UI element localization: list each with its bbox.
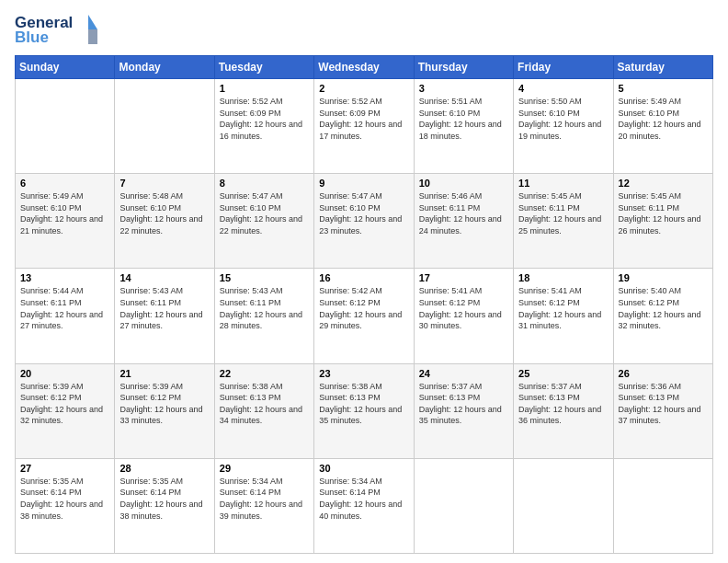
day-number: 21 bbox=[119, 368, 209, 379]
logo-svg: General Blue bbox=[15, 11, 97, 48]
calendar-cell: 27 Sunrise: 5:35 AMSunset: 6:14 PMDaylig… bbox=[16, 458, 115, 553]
day-info: Sunrise: 5:41 AMSunset: 6:12 PMDaylight:… bbox=[518, 286, 601, 330]
calendar-cell bbox=[115, 79, 214, 174]
day-info: Sunrise: 5:43 AMSunset: 6:11 PMDaylight:… bbox=[119, 286, 202, 330]
day-header-friday: Friday bbox=[514, 56, 613, 79]
day-number: 7 bbox=[119, 178, 209, 189]
calendar-cell: 17 Sunrise: 5:41 AMSunset: 6:12 PMDaylig… bbox=[414, 269, 513, 363]
day-number: 13 bbox=[20, 272, 109, 283]
calendar-cell: 22 Sunrise: 5:38 AMSunset: 6:13 PMDaylig… bbox=[214, 363, 313, 458]
day-info: Sunrise: 5:52 AMSunset: 6:09 PMDaylight:… bbox=[319, 97, 402, 141]
day-number: 30 bbox=[319, 463, 408, 474]
day-info: Sunrise: 5:34 AMSunset: 6:14 PMDaylight:… bbox=[220, 477, 302, 521]
day-number: 18 bbox=[518, 272, 608, 283]
day-header-tuesday: Tuesday bbox=[214, 56, 313, 79]
day-info: Sunrise: 5:35 AMSunset: 6:14 PMDaylight:… bbox=[119, 477, 202, 521]
day-info: Sunrise: 5:39 AMSunset: 6:12 PMDaylight:… bbox=[20, 382, 103, 426]
day-info: Sunrise: 5:43 AMSunset: 6:11 PMDaylight:… bbox=[220, 286, 302, 330]
day-number: 9 bbox=[319, 178, 408, 189]
calendar-cell: 14 Sunrise: 5:43 AMSunset: 6:11 PMDaylig… bbox=[115, 269, 214, 363]
header: General Blue bbox=[15, 11, 713, 48]
day-info: Sunrise: 5:49 AMSunset: 6:10 PMDaylight:… bbox=[619, 97, 701, 141]
day-info: Sunrise: 5:50 AMSunset: 6:10 PMDaylight:… bbox=[518, 97, 601, 141]
day-info: Sunrise: 5:51 AMSunset: 6:10 PMDaylight:… bbox=[419, 97, 502, 141]
calendar-cell bbox=[613, 458, 712, 553]
day-info: Sunrise: 5:47 AMSunset: 6:10 PMDaylight:… bbox=[220, 191, 302, 236]
day-info: Sunrise: 5:44 AMSunset: 6:11 PMDaylight:… bbox=[20, 286, 103, 330]
calendar-cell: 23 Sunrise: 5:38 AMSunset: 6:13 PMDaylig… bbox=[314, 363, 414, 458]
page: General Blue SundayMondayTuesdayWednesda… bbox=[0, 0, 728, 563]
day-number: 28 bbox=[119, 463, 209, 474]
day-number: 10 bbox=[419, 178, 508, 189]
calendar-cell: 26 Sunrise: 5:36 AMSunset: 6:13 PMDaylig… bbox=[613, 363, 712, 458]
day-number: 20 bbox=[20, 368, 109, 379]
day-info: Sunrise: 5:37 AMSunset: 6:13 PMDaylight:… bbox=[518, 382, 601, 426]
day-info: Sunrise: 5:45 AMSunset: 6:11 PMDaylight:… bbox=[619, 191, 701, 236]
day-number: 27 bbox=[20, 463, 109, 474]
day-header-sunday: Sunday bbox=[16, 56, 115, 79]
calendar-cell: 1 Sunrise: 5:52 AMSunset: 6:09 PMDayligh… bbox=[214, 79, 313, 174]
day-info: Sunrise: 5:34 AMSunset: 6:14 PMDaylight:… bbox=[319, 477, 402, 521]
calendar-cell: 10 Sunrise: 5:46 AMSunset: 6:11 PMDaylig… bbox=[414, 174, 513, 269]
day-number: 5 bbox=[619, 83, 708, 94]
calendar-cell: 29 Sunrise: 5:34 AMSunset: 6:14 PMDaylig… bbox=[214, 458, 313, 553]
day-number: 11 bbox=[518, 178, 608, 189]
day-info: Sunrise: 5:37 AMSunset: 6:13 PMDaylight:… bbox=[419, 382, 502, 426]
day-number: 25 bbox=[518, 368, 608, 379]
calendar-table: SundayMondayTuesdayWednesdayThursdayFrid… bbox=[15, 55, 713, 554]
calendar-cell bbox=[514, 458, 613, 553]
day-header-saturday: Saturday bbox=[613, 56, 712, 79]
day-info: Sunrise: 5:38 AMSunset: 6:13 PMDaylight:… bbox=[319, 382, 402, 426]
day-number: 26 bbox=[619, 368, 708, 379]
day-number: 4 bbox=[518, 83, 608, 94]
day-info: Sunrise: 5:35 AMSunset: 6:14 PMDaylight:… bbox=[20, 477, 103, 521]
logo: General Blue bbox=[15, 11, 97, 48]
calendar-cell: 20 Sunrise: 5:39 AMSunset: 6:12 PMDaylig… bbox=[16, 363, 115, 458]
day-info: Sunrise: 5:45 AMSunset: 6:11 PMDaylight:… bbox=[518, 191, 601, 236]
calendar-cell: 13 Sunrise: 5:44 AMSunset: 6:11 PMDaylig… bbox=[16, 269, 115, 363]
calendar-cell bbox=[16, 79, 115, 174]
calendar-cell bbox=[414, 458, 513, 553]
day-number: 15 bbox=[220, 272, 309, 283]
calendar-cell: 18 Sunrise: 5:41 AMSunset: 6:12 PMDaylig… bbox=[514, 269, 613, 363]
day-header-wednesday: Wednesday bbox=[314, 56, 414, 79]
day-info: Sunrise: 5:52 AMSunset: 6:09 PMDaylight:… bbox=[220, 97, 302, 141]
calendar-cell: 5 Sunrise: 5:49 AMSunset: 6:10 PMDayligh… bbox=[613, 79, 712, 174]
day-number: 22 bbox=[220, 368, 309, 379]
svg-marker-3 bbox=[88, 29, 97, 44]
calendar-cell: 28 Sunrise: 5:35 AMSunset: 6:14 PMDaylig… bbox=[115, 458, 214, 553]
day-number: 1 bbox=[220, 83, 309, 94]
day-info: Sunrise: 5:42 AMSunset: 6:12 PMDaylight:… bbox=[319, 286, 402, 330]
calendar-cell: 30 Sunrise: 5:34 AMSunset: 6:14 PMDaylig… bbox=[314, 458, 414, 553]
calendar-cell: 8 Sunrise: 5:47 AMSunset: 6:10 PMDayligh… bbox=[214, 174, 313, 269]
calendar-cell: 2 Sunrise: 5:52 AMSunset: 6:09 PMDayligh… bbox=[314, 79, 414, 174]
day-number: 16 bbox=[319, 272, 408, 283]
calendar-cell: 19 Sunrise: 5:40 AMSunset: 6:12 PMDaylig… bbox=[613, 269, 712, 363]
calendar-cell: 16 Sunrise: 5:42 AMSunset: 6:12 PMDaylig… bbox=[314, 269, 414, 363]
day-info: Sunrise: 5:41 AMSunset: 6:12 PMDaylight:… bbox=[419, 286, 502, 330]
day-header-thursday: Thursday bbox=[414, 56, 513, 79]
day-header-monday: Monday bbox=[115, 56, 214, 79]
day-number: 23 bbox=[319, 368, 408, 379]
day-number: 8 bbox=[220, 178, 309, 189]
day-info: Sunrise: 5:47 AMSunset: 6:10 PMDaylight:… bbox=[319, 191, 402, 236]
calendar-cell: 24 Sunrise: 5:37 AMSunset: 6:13 PMDaylig… bbox=[414, 363, 513, 458]
calendar-cell: 4 Sunrise: 5:50 AMSunset: 6:10 PMDayligh… bbox=[514, 79, 613, 174]
day-number: 24 bbox=[419, 368, 508, 379]
calendar-cell: 21 Sunrise: 5:39 AMSunset: 6:12 PMDaylig… bbox=[115, 363, 214, 458]
day-info: Sunrise: 5:36 AMSunset: 6:13 PMDaylight:… bbox=[619, 382, 701, 426]
day-number: 29 bbox=[220, 463, 309, 474]
day-info: Sunrise: 5:40 AMSunset: 6:12 PMDaylight:… bbox=[619, 286, 701, 330]
calendar-cell: 3 Sunrise: 5:51 AMSunset: 6:10 PMDayligh… bbox=[414, 79, 513, 174]
day-info: Sunrise: 5:38 AMSunset: 6:13 PMDaylight:… bbox=[220, 382, 302, 426]
day-number: 14 bbox=[119, 272, 209, 283]
calendar-cell: 11 Sunrise: 5:45 AMSunset: 6:11 PMDaylig… bbox=[514, 174, 613, 269]
svg-marker-2 bbox=[88, 15, 97, 29]
day-number: 12 bbox=[619, 178, 708, 189]
calendar-cell: 15 Sunrise: 5:43 AMSunset: 6:11 PMDaylig… bbox=[214, 269, 313, 363]
day-info: Sunrise: 5:46 AMSunset: 6:11 PMDaylight:… bbox=[419, 191, 502, 236]
day-info: Sunrise: 5:39 AMSunset: 6:12 PMDaylight:… bbox=[119, 382, 202, 426]
day-number: 6 bbox=[20, 178, 109, 189]
day-number: 19 bbox=[619, 272, 708, 283]
calendar-cell: 25 Sunrise: 5:37 AMSunset: 6:13 PMDaylig… bbox=[514, 363, 613, 458]
